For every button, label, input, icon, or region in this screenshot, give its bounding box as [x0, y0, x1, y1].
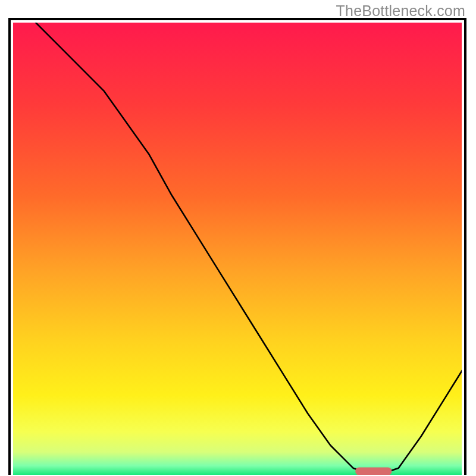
bottleneck-chart [13, 23, 462, 475]
chart-frame [8, 18, 466, 475]
optimal-marker [355, 468, 392, 475]
gradient-background [13, 23, 462, 475]
watermark-text: TheBottleneck.com [336, 2, 465, 20]
plot-area [13, 23, 462, 475]
